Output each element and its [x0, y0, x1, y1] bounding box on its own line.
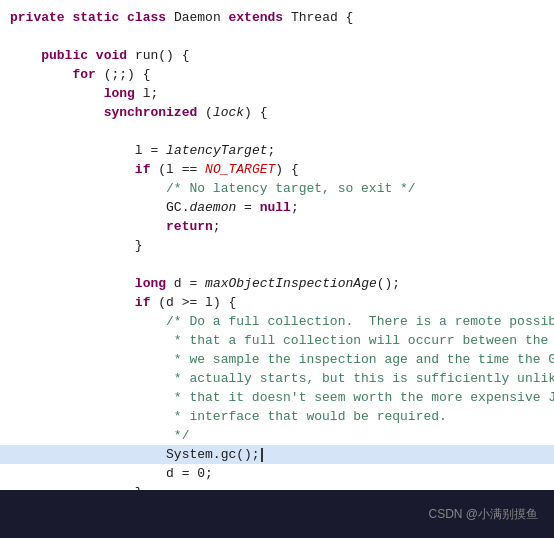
code-line-19: * we sample the inspection age and the t… — [0, 350, 554, 369]
code-line-13: } — [0, 236, 554, 255]
code-line-16: if (d >= l) { — [0, 293, 554, 312]
footer: CSDN @小满别摸鱼 — [0, 490, 554, 538]
code-line-6: synchronized (lock) { — [0, 103, 554, 122]
code-line-21: * that it doesn't seem worth the more ex… — [0, 388, 554, 407]
code-line-5: long l; — [0, 84, 554, 103]
code-editor: private static class Daemon extends Thre… — [0, 0, 554, 538]
code-line-3: public void run() { — [0, 46, 554, 65]
code-line-8: l = latencyTarget; — [0, 141, 554, 160]
code-line-25: d = 0; — [0, 464, 554, 483]
watermark-text: CSDN @小满别摸鱼 — [428, 506, 538, 523]
code-line-15: long d = maxObjectInspectionAge(); — [0, 274, 554, 293]
code-line-11: GC.daemon = null; — [0, 198, 554, 217]
code-line-7 — [0, 122, 554, 141]
code-line-20: * actually starts, but this is sufficien… — [0, 369, 554, 388]
code-line-10: /* No latency target, so exit */ — [0, 179, 554, 198]
code-line-12: return; — [0, 217, 554, 236]
code-line-4: for (;;) { — [0, 65, 554, 84]
code-line-14 — [0, 255, 554, 274]
code-line-1: private static class Daemon extends Thre… — [0, 8, 554, 27]
code-line-18: * that a full collection will occurr bet… — [0, 331, 554, 350]
code-line-24: System.gc(); — [0, 445, 554, 464]
code-line-22: * interface that would be required. — [0, 407, 554, 426]
code-line-9: if (l == NO_TARGET) { — [0, 160, 554, 179]
code-line-23: */ — [0, 426, 554, 445]
code-line-17: /* Do a full collection. There is a remo… — [0, 312, 554, 331]
code-line-2 — [0, 27, 554, 46]
